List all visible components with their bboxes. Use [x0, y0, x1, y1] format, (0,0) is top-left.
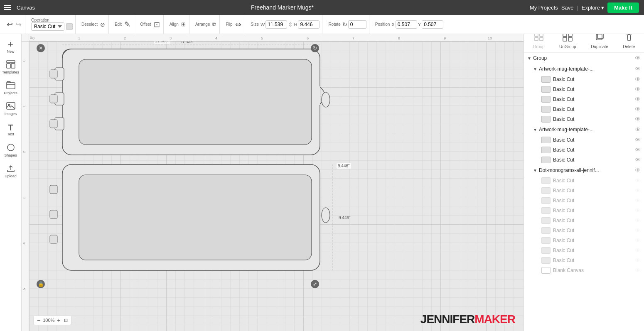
artwork-group-2-header[interactable]: ▼ Artwork-mug-template-... 👁 — [530, 124, 644, 135]
canvas-area[interactable]: 0 /* done in css */ 0 1 2 3 4 5 6 7 8 9 — [22, 34, 524, 331]
layer-item[interactable]: Basic Cut 👁 — [530, 145, 644, 155]
sidebar-item-templates[interactable]: Templates — [1, 57, 20, 77]
svg-text:4: 4 — [215, 36, 217, 40]
layer-eye[interactable]: 👁 — [635, 106, 641, 113]
layer-item[interactable]: Basic Cut 👁 — [530, 216, 644, 226]
layer-eye-hidden[interactable]: 👁 — [635, 257, 641, 264]
position-label: Position — [375, 22, 390, 27]
align-button[interactable]: ⊞ — [180, 20, 187, 28]
make-it-button[interactable]: Make It — [607, 2, 639, 13]
sidebar-item-shapes[interactable]: Shapes — [1, 140, 20, 160]
layer-eye[interactable]: 👁 — [635, 147, 641, 153]
layer-eye[interactable]: 👁 — [635, 96, 641, 103]
layer-item[interactable]: Basic Cut 👁 — [530, 186, 644, 196]
position-x-input[interactable] — [396, 20, 417, 29]
handle-rotate-top[interactable]: ↻ — [311, 44, 319, 52]
layer-eye[interactable]: 👁 — [635, 86, 641, 93]
deselect-label: Deselect — [81, 22, 98, 27]
layer-eye[interactable]: 👁 — [635, 137, 641, 143]
edit-button[interactable]: ✎ — [123, 19, 131, 30]
save-button[interactable]: Save — [561, 5, 574, 11]
position-y-input[interactable] — [422, 20, 443, 29]
deselect-button[interactable]: ⊘ — [99, 20, 106, 29]
layer-item[interactable]: Basic Cut 👁 — [530, 135, 644, 145]
layer-item[interactable]: Basic Cut 👁 — [530, 245, 644, 255]
zoom-out-button[interactable]: − — [36, 317, 41, 324]
layer-tree[interactable]: ▼ Group 👁 ▼ Artwork-mug-template-... 👁 B… — [524, 53, 644, 331]
artwork-group-1-header[interactable]: ▼ Artwork-mug-template-... 👁 — [530, 64, 644, 74]
my-projects-link[interactable]: My Projects — [530, 5, 558, 11]
sidebar-item-images[interactable]: Images — [1, 99, 20, 119]
size-h-input[interactable] — [298, 20, 320, 29]
layer-eye[interactable]: 👁 — [635, 76, 641, 83]
operation-select[interactable]: Basic Cut — [31, 22, 64, 31]
layer-eye-hidden[interactable]: 👁 — [635, 187, 641, 194]
layer-eye-blank[interactable]: 👁 — [635, 267, 641, 274]
sidebar-item-text[interactable]: T Text — [1, 120, 20, 140]
layer-eye-hidden[interactable]: 👁 — [635, 227, 641, 234]
svg-rect-55 — [568, 37, 572, 41]
layer-eye[interactable]: 👁 — [635, 116, 641, 123]
layer-eye-hidden[interactable]: 👁 — [635, 217, 641, 224]
sidebar-item-projects[interactable]: Projects — [1, 78, 20, 98]
artwork-1-eye[interactable]: 👁 — [635, 66, 641, 72]
group-action[interactable]: Group — [533, 32, 545, 49]
layer-item[interactable]: Basic Cut 👁 — [530, 104, 644, 114]
group-main-eye[interactable]: 👁 — [635, 55, 641, 61]
height-measurement: 9.446" — [337, 163, 351, 169]
handle-resize[interactable]: ⤢ — [311, 280, 319, 288]
templates-icon — [6, 60, 15, 70]
zoom-fit-button[interactable]: ⊡ — [63, 318, 69, 323]
artwork-2-eye[interactable]: 👁 — [635, 126, 641, 133]
layer-eye-hidden[interactable]: 👁 — [635, 197, 641, 204]
zoom-in-button[interactable]: + — [56, 317, 61, 324]
edit-label: Edit — [115, 22, 122, 27]
layer-thumb-blank — [541, 267, 551, 274]
size-h-label: H — [294, 22, 297, 27]
layer-item[interactable]: Basic Cut 👁 — [530, 255, 644, 265]
layer-name: Basic Cut — [553, 257, 632, 263]
offset-button[interactable]: ⊡ — [153, 19, 161, 30]
arrange-button[interactable]: ⧉ — [211, 20, 217, 29]
layer-eye-hidden[interactable]: 👁 — [635, 177, 641, 184]
deselect-group: Deselect ⊘ — [79, 15, 109, 34]
sidebar-item-new[interactable]: + New — [1, 37, 20, 56]
operation-color-swatch[interactable] — [66, 23, 73, 30]
canvas-content[interactable]: 11.539" 9.446" — [29, 42, 524, 331]
size-w-input[interactable] — [265, 20, 287, 29]
delete-label: Delete — [623, 44, 635, 49]
layer-item[interactable]: Blank Canvas 👁 — [530, 265, 644, 275]
layer-item[interactable]: Basic Cut 👁 — [530, 74, 644, 84]
layer-item[interactable]: Basic Cut 👁 — [530, 176, 644, 186]
layer-item[interactable]: Basic Cut 👁 — [530, 226, 644, 235]
layer-group-main-header[interactable]: ▼ Group 👁 — [524, 53, 644, 64]
layer-item[interactable]: Basic Cut 👁 — [530, 235, 644, 245]
handle-lock[interactable]: 🔒 — [37, 280, 45, 288]
flip-button[interactable]: ⇔ — [234, 19, 242, 30]
hamburger-menu[interactable] — [0, 0, 15, 15]
dot-monograms-group-header[interactable]: ▼ Dot-monograms-all-jennif... 👁 — [530, 165, 644, 176]
layer-item[interactable]: Basic Cut 👁 — [530, 94, 644, 104]
handle-close[interactable]: ✕ — [37, 44, 45, 52]
layer-eye[interactable]: 👁 — [635, 157, 641, 163]
layer-item[interactable]: Basic Cut 👁 — [530, 114, 644, 124]
rotate-input[interactable] — [348, 20, 366, 29]
layer-item[interactable]: Basic Cut 👁 — [530, 196, 644, 206]
svg-point-37 — [322, 92, 330, 107]
layer-item[interactable]: Basic Cut 👁 — [530, 84, 644, 94]
undo-button[interactable]: ↩ — [6, 19, 14, 30]
layer-eye-hidden[interactable]: 👁 — [635, 207, 641, 214]
layer-eye-hidden[interactable]: 👁 — [635, 237, 641, 244]
delete-action[interactable]: Delete — [623, 32, 635, 49]
layer-eye-hidden[interactable]: 👁 — [635, 247, 641, 254]
layer-item[interactable]: Basic Cut 👁 — [530, 206, 644, 216]
images-icon — [6, 102, 15, 111]
sidebar-item-upload[interactable]: Upload — [1, 161, 20, 181]
edit-group: Edit ✎ — [112, 15, 134, 34]
ungroup-action[interactable]: UnGroup — [559, 32, 576, 49]
redo-button[interactable]: ↪ — [15, 19, 22, 30]
layer-item[interactable]: Basic Cut 👁 — [530, 155, 644, 165]
explore-link[interactable]: Explore ▾ — [582, 5, 604, 11]
duplicate-action[interactable]: Duplicate — [591, 32, 608, 49]
dot-monograms-eye[interactable]: 👁 — [635, 167, 641, 174]
